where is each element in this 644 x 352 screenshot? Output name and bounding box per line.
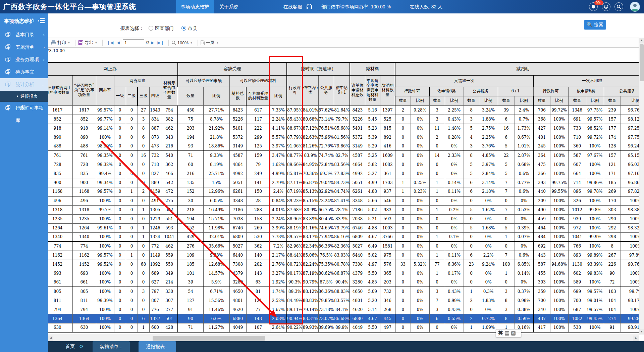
- table-cell[interactable]: 0: [429, 196, 445, 205]
- table-cell[interactable]: 99.72%: [586, 133, 604, 142]
- table-cell[interactable]: 5027: [229, 241, 246, 251]
- table-cell[interactable]: 104: [604, 296, 621, 305]
- table-cell[interactable]: 89.57%: [287, 232, 303, 241]
- table-cell[interactable]: 100%: [96, 241, 114, 251]
- table-cell[interactable]: 0: [114, 241, 126, 251]
- table-cell[interactable]: 239: [604, 105, 621, 115]
- table-cell[interactable]: 100%: [550, 296, 568, 305]
- table-cell[interactable]: 3348: [229, 196, 246, 205]
- table-cell[interactable]: 77: [429, 260, 445, 269]
- table-cell[interactable]: 80.72%: [287, 260, 303, 269]
- table-cell[interactable]: 5.57%: [270, 133, 287, 142]
- table-cell[interactable]: 100%: [550, 214, 568, 223]
- table-cell[interactable]: 100%: [550, 169, 568, 178]
- table-cell[interactable]: 975: [380, 251, 395, 260]
- table-cell[interactable]: 100%: [550, 124, 568, 133]
- table-cell[interactable]: 600: [149, 323, 161, 332]
- table-cell[interactable]: 35.66%: [203, 241, 229, 251]
- table-cell[interactable]: 277: [161, 305, 178, 314]
- table-cell[interactable]: 1012: [568, 205, 586, 214]
- table-cell[interactable]: 0.11%: [445, 251, 464, 260]
- table-cell[interactable]: 0.37%: [515, 287, 533, 296]
- table-cell[interactable]: 6880: [229, 314, 246, 323]
- table-cell[interactable]: 9.38%: [203, 251, 229, 260]
- table-cell[interactable]: 0.59%: [515, 314, 533, 323]
- table-cell[interactable]: 714: [568, 178, 586, 187]
- table-cell[interactable]: 0.28%: [445, 133, 464, 142]
- table-cell[interactable]: 2.08%: [270, 314, 287, 323]
- table-cell[interactable]: 9.33%: [203, 151, 229, 160]
- table-cell[interactable]: 5.29: [365, 142, 380, 151]
- table-cell[interactable]: 249: [246, 169, 270, 178]
- table-cell[interactable]: 475: [533, 160, 550, 169]
- table-cell[interactable]: 101: [178, 269, 203, 278]
- table-cell[interactable]: 5: [464, 223, 479, 232]
- table-cell[interactable]: 3: [498, 287, 515, 296]
- table-cell[interactable]: 0: [138, 178, 149, 187]
- table-cell[interactable]: 83.57%: [334, 296, 350, 305]
- table-cell[interactable]: 1346: [568, 105, 586, 115]
- table-cell[interactable]: 22: [498, 151, 515, 160]
- table-cell[interactable]: 1617: [48, 105, 72, 115]
- table-cell[interactable]: 852: [48, 115, 72, 124]
- table-cell[interactable]: 87.11%: [287, 178, 303, 187]
- table-cell[interactable]: 5.66: [365, 196, 380, 205]
- table-cell[interactable]: 890: [48, 133, 72, 142]
- table-cell[interactable]: 0: [138, 169, 149, 178]
- table-cell[interactable]: 2: [138, 187, 149, 196]
- table-cell[interactable]: 216: [178, 169, 203, 178]
- table-cell[interactable]: 0: [395, 115, 411, 124]
- table-cell[interactable]: 0%: [411, 169, 429, 178]
- table-cell[interactable]: 4.11%: [270, 124, 287, 133]
- table-cell[interactable]: 88.77%: [287, 151, 303, 160]
- scroll-left-icon[interactable]: ◀: [48, 336, 53, 341]
- table-row[interactable]: 1264126499.61%001124659315211.98%6746269…: [48, 223, 644, 232]
- table-cell[interactable]: 100%: [96, 269, 114, 278]
- table-cell[interactable]: 1305: [149, 205, 161, 214]
- table-cell[interactable]: 661: [72, 278, 96, 287]
- table-cell[interactable]: 73.14%: [318, 115, 334, 124]
- sidebar-item-license-library[interactable]: 行政许可事项库: [0, 102, 48, 114]
- table-cell[interactable]: 3.76%: [479, 142, 498, 151]
- table-cell[interactable]: 0.7%: [515, 115, 533, 124]
- table-cell[interactable]: 0: [395, 314, 411, 323]
- table-cell[interactable]: 0%: [515, 241, 533, 251]
- table-cell[interactable]: 0: [126, 142, 138, 151]
- table-cell[interactable]: 0.11%: [445, 187, 464, 196]
- table-row[interactable]: 85285299.77%003834382758.78%52261172.24%…: [48, 115, 644, 124]
- table-cell[interactable]: 6: [464, 178, 479, 187]
- table-cell[interactable]: 0%: [479, 232, 498, 241]
- table-cell[interactable]: 222: [246, 124, 270, 133]
- table-cell[interactable]: 14: [429, 151, 445, 160]
- table-cell[interactable]: 1229: [149, 214, 161, 223]
- table-cell[interactable]: 100%: [550, 323, 568, 332]
- table-cell[interactable]: 593: [161, 223, 178, 232]
- table-row[interactable]: 83583599.4%00082746621625.71%49922494.99…: [48, 169, 644, 178]
- table-cell[interactable]: 1: [464, 287, 479, 296]
- table-cell[interactable]: 0%: [411, 269, 429, 278]
- table-cell[interactable]: 11.46%: [203, 305, 229, 314]
- table-cell[interactable]: 0: [464, 241, 479, 251]
- table-cell[interactable]: 275: [161, 196, 178, 205]
- table-cell[interactable]: 728: [72, 160, 96, 169]
- table-cell[interactable]: 100%: [550, 241, 568, 251]
- table-cell[interactable]: 6809: [350, 232, 365, 241]
- table-cell[interactable]: 3766: [380, 232, 395, 241]
- table-cell[interactable]: 0: [114, 178, 126, 187]
- table-cell[interactable]: 194: [178, 214, 203, 223]
- table-cell[interactable]: 587: [568, 151, 586, 160]
- table-cell[interactable]: 0: [138, 305, 149, 314]
- table-cell[interactable]: 100%: [586, 142, 604, 151]
- table-cell[interactable]: 86.36%: [318, 241, 334, 251]
- table-cell[interactable]: 593: [380, 214, 395, 223]
- table-cell[interactable]: 0%: [445, 196, 464, 205]
- table-cell[interactable]: 4587: [229, 151, 246, 160]
- table-cell[interactable]: 1340: [48, 232, 72, 241]
- table-cell[interactable]: 1003: [380, 223, 395, 232]
- table-cell[interactable]: 0.55%: [445, 314, 464, 323]
- table-cell[interactable]: 185: [178, 260, 203, 269]
- table-cell[interactable]: 80.45%: [318, 214, 334, 223]
- table-cell[interactable]: 100%: [96, 232, 114, 241]
- table-cell[interactable]: 121: [604, 160, 621, 169]
- table-cell[interactable]: 99.9%: [586, 232, 604, 241]
